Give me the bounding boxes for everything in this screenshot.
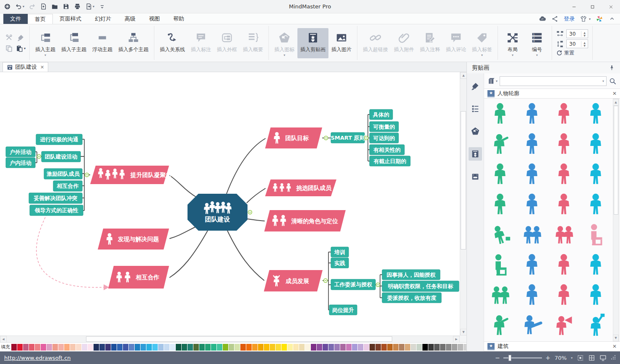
color-swatch[interactable]	[41, 344, 46, 351]
color-swatch[interactable]	[152, 344, 158, 351]
scroll-down-icon[interactable]: ▼	[460, 329, 467, 335]
insert-clipart-button[interactable]: 插入剪贴画	[297, 28, 328, 58]
mindmap-subtopic[interactable]: 户外活动	[6, 147, 35, 157]
mindmap-subtopic[interactable]: 明确职责权限，任务和目标	[382, 281, 459, 291]
clipart-item[interactable]	[516, 129, 548, 159]
edrawsoft-link[interactable]: http://www.edrawsoft.cn	[4, 355, 71, 361]
clipart-item[interactable]	[548, 129, 580, 159]
color-swatch[interactable]	[82, 344, 87, 351]
format-tab[interactable]	[469, 79, 482, 93]
menu-tab-5[interactable]: 帮助	[167, 14, 191, 24]
clipart-item[interactable]	[580, 129, 612, 159]
file-menu-button[interactable]: 文件	[3, 14, 28, 24]
canvas-horizontal-scrollbar[interactable]: ◀ ▶	[0, 335, 460, 342]
color-swatch[interactable]	[188, 344, 193, 351]
layout-button[interactable]: 布局▾	[500, 28, 525, 58]
collapse-marker[interactable]	[85, 173, 89, 177]
color-swatch[interactable]	[135, 344, 140, 351]
resize-grip[interactable]	[611, 355, 617, 361]
mindmap-topic[interactable]: 团队目标	[265, 127, 322, 148]
color-swatch[interactable]	[217, 344, 222, 351]
copy-button[interactable]	[5, 44, 13, 52]
collapse-marker[interactable]	[37, 155, 41, 159]
color-swatch[interactable]	[375, 344, 381, 351]
color-swatch[interactable]	[364, 344, 369, 351]
mindmap-topic[interactable]: 挑选团队成员	[265, 179, 336, 196]
color-swatch[interactable]	[258, 344, 263, 351]
mindmap-subtopic[interactable]: 妥善解决团队冲突	[29, 193, 82, 203]
color-swatch[interactable]	[146, 344, 152, 351]
numbering-button[interactable]: 123编号▾	[525, 28, 549, 58]
color-swatch[interactable]	[70, 344, 76, 351]
menu-tab-3[interactable]: 高级	[118, 14, 142, 24]
zoom-in-icon[interactable]: +	[545, 354, 550, 361]
insert-icon-button[interactable]: 插入图标▾	[271, 28, 297, 58]
color-swatch[interactable]	[440, 344, 445, 351]
mindmap-subtopic[interactable]: 相互合作	[53, 181, 82, 191]
color-swatch[interactable]	[346, 344, 352, 351]
vertical-spacing-input[interactable]: 30▲▼	[566, 39, 588, 48]
insert-relationship-button[interactable]: 插入关系线	[157, 28, 188, 58]
color-swatch[interactable]	[52, 344, 58, 351]
color-swatch[interactable]	[105, 344, 111, 351]
collapse-marker[interactable]	[324, 136, 328, 140]
color-swatch[interactable]	[94, 344, 99, 351]
color-swatch[interactable]	[399, 344, 404, 351]
color-swatch[interactable]	[234, 344, 240, 351]
canvas-vertical-scrollbar[interactable]: ▲ ▼	[460, 72, 466, 335]
clipart-item[interactable]	[484, 280, 516, 310]
clipart-item[interactable]	[516, 99, 548, 129]
color-swatch[interactable]	[64, 344, 70, 351]
color-swatch[interactable]	[352, 344, 357, 351]
clipart-item[interactable]	[516, 189, 548, 219]
color-swatch[interactable]	[123, 344, 128, 351]
color-swatch[interactable]	[199, 344, 205, 351]
clipart-item[interactable]	[484, 310, 516, 340]
clipart-item[interactable]	[580, 250, 612, 280]
save-button[interactable]	[61, 2, 71, 12]
floating-topic-button[interactable]: 浮动主题	[89, 28, 115, 58]
color-swatch[interactable]	[334, 344, 340, 351]
mindmap-central-topic[interactable]: 团队建设	[188, 194, 247, 231]
collapse-ribbon-icon[interactable]	[608, 15, 616, 23]
task-tab[interactable]	[469, 170, 482, 183]
collapse-marker[interactable]	[248, 211, 252, 214]
color-swatch[interactable]	[411, 344, 416, 351]
clipart-item[interactable]	[548, 99, 580, 129]
clipart-search-input[interactable]	[500, 77, 600, 86]
mindmap-subtopic[interactable]: 培训	[331, 247, 349, 257]
scroll-right-icon[interactable]: ▶	[453, 336, 460, 343]
clipart-item[interactable]	[484, 250, 516, 280]
clipart-scroll-down-icon[interactable]: ▼	[613, 335, 619, 341]
color-swatch[interactable]	[176, 344, 181, 351]
share-icon[interactable]	[551, 15, 559, 23]
search-dropdown-icon[interactable]: ▾	[600, 79, 606, 83]
menu-tab-2[interactable]: 幻灯片	[88, 14, 118, 24]
color-swatch[interactable]	[111, 344, 117, 351]
color-swatch[interactable]	[240, 344, 246, 351]
login-link[interactable]: 登录	[564, 15, 575, 23]
insert-callout-button[interactable]: 插入标注	[188, 28, 214, 58]
color-swatch[interactable]	[340, 344, 346, 351]
print-button[interactable]	[73, 2, 82, 12]
color-swatch[interactable]	[229, 344, 234, 351]
color-swatch[interactable]	[11, 344, 17, 351]
color-swatch[interactable]	[452, 344, 457, 351]
zoom-slider[interactable]	[503, 357, 542, 359]
color-swatch[interactable]	[17, 344, 23, 351]
app-menu-button[interactable]	[3, 2, 12, 12]
mindmap-subtopic[interactable]: 团队建设活动	[42, 151, 81, 162]
cloud-icon[interactable]	[539, 15, 546, 23]
pinwheel-icon[interactable]	[596, 15, 603, 23]
color-swatch[interactable]	[205, 344, 211, 351]
mindmap-topic[interactable]: 相互合作	[108, 266, 169, 289]
color-swatch[interactable]	[387, 344, 393, 351]
color-swatch[interactable]	[158, 344, 164, 351]
color-swatch[interactable]	[182, 344, 187, 351]
color-swatch[interactable]	[264, 344, 269, 351]
mindmap-subtopic[interactable]: 具体的	[370, 109, 393, 120]
color-swatch[interactable]	[246, 344, 252, 351]
outline-tab[interactable]	[469, 102, 482, 115]
search-button[interactable]	[609, 77, 617, 85]
color-swatch[interactable]	[76, 344, 81, 351]
